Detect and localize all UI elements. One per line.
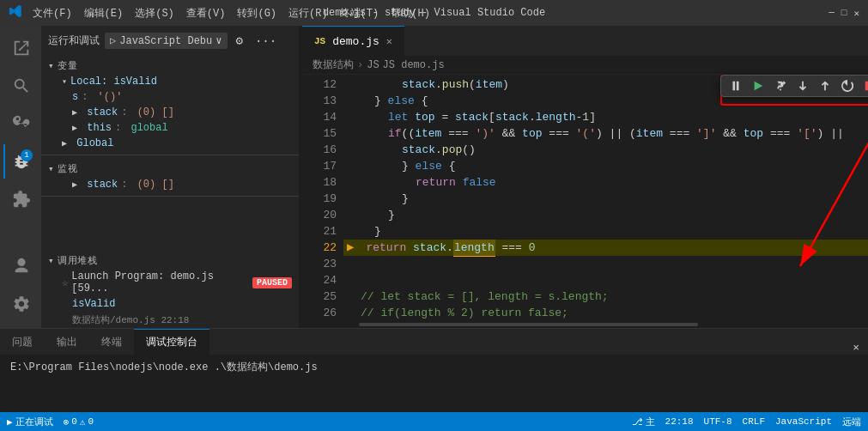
warning-icon: ⚠: [80, 416, 86, 428]
code-line-24: [343, 272, 868, 288]
debug-label: 运行和调试: [48, 33, 100, 48]
panel-tab-output[interactable]: 输出: [45, 329, 89, 355]
debug-settings-button[interactable]: ⚙: [233, 32, 246, 50]
activity-account[interactable]: [3, 249, 38, 283]
status-bar: ▶ 正在调试 ⊗ 0 ⚠ 0 ⎇ 主 22:18 UTF-8 CRLF Jav: [0, 412, 868, 431]
debug-config-button[interactable]: ▷ JavaScript Debu ∨: [105, 33, 228, 49]
dc-step-over-button[interactable]: [771, 78, 790, 94]
var-s-item[interactable]: s : '()': [41, 89, 299, 105]
menu-view[interactable]: 查看(V): [186, 6, 226, 21]
dc-step-into-button[interactable]: [793, 78, 812, 94]
maximize-icon[interactable]: □: [841, 8, 847, 19]
dc-restart-button[interactable]: [838, 78, 857, 94]
dc-continue-button[interactable]: [749, 78, 768, 94]
callstack-isvalid-item[interactable]: isValid 数据结构/demo.js 22:18: [41, 296, 299, 328]
breadcrumb-root[interactable]: 数据结构: [313, 58, 354, 72]
activity-bar: 1: [0, 26, 41, 328]
debug-status-label: 正在调试: [15, 416, 53, 428]
tab-close-icon[interactable]: ✕: [386, 35, 392, 48]
status-debug[interactable]: ▶ 正在调试: [7, 416, 53, 428]
debug-more-button[interactable]: ···: [252, 33, 280, 50]
code-line-26: // if(length % 2) return false;: [343, 305, 868, 321]
menu-select[interactable]: 选择(S): [135, 6, 174, 21]
watch-stack-item[interactable]: ▶ stack : (0) []: [41, 177, 299, 192]
status-branch[interactable]: ⎇ 主: [632, 416, 655, 428]
language-label: JavaScript: [775, 416, 832, 427]
code-content[interactable]: stack.push(item) } else { let top = stac…: [343, 75, 868, 328]
var-this-item[interactable]: ▶ this : global: [41, 120, 299, 136]
callstack-launch-item[interactable]: ☆ Launch Program: demo.js [59... PAUSED: [41, 269, 299, 296]
tab-demo-js[interactable]: JS demo.js ✕: [302, 26, 404, 56]
variables-chevron: ▾: [48, 60, 54, 71]
debug-arrow-icon: ▶: [347, 240, 354, 256]
activity-extensions[interactable]: [3, 182, 38, 216]
panel-tab-debug-console[interactable]: 调试控制台: [134, 329, 209, 355]
breadcrumb-sep1: ›: [357, 59, 363, 71]
branch-name: 主: [646, 416, 655, 428]
code-line-17: } else {: [343, 158, 868, 174]
dc-step-out-button[interactable]: [816, 78, 835, 94]
error-icon: ⊗: [64, 416, 70, 428]
status-errors[interactable]: ⊗ 0 ⚠ 0: [64, 416, 94, 428]
status-position[interactable]: 22:18: [665, 416, 694, 428]
status-eol[interactable]: CRLF: [743, 416, 765, 428]
line-numbers: 12 13 14 15 16 17 18 19 20 21 22 23 24 2…: [302, 75, 343, 328]
callstack-star-icon: ☆: [62, 276, 68, 289]
warning-count: 0: [88, 416, 94, 427]
breadcrumb-file[interactable]: JS demo.js: [383, 59, 445, 71]
menu-edit[interactable]: 编辑(E): [84, 6, 124, 21]
activity-debug[interactable]: 1: [3, 144, 38, 179]
global-item[interactable]: ▶ Global: [41, 136, 299, 151]
activity-settings[interactable]: [3, 287, 38, 321]
activity-source-control[interactable]: [3, 106, 38, 141]
code-line-16: stack.pop(): [343, 142, 868, 158]
minimize-icon[interactable]: ─: [829, 8, 835, 19]
watch-stack-value: (0) []: [137, 179, 174, 191]
menu-goto[interactable]: 转到(G): [237, 6, 276, 21]
local-chevron: ▾: [62, 76, 67, 87]
local-isvalid-item[interactable]: ▾ Local: isValid: [41, 74, 299, 89]
code-line-21: }: [343, 223, 868, 240]
panel-tab-terminal[interactable]: 终端: [89, 329, 134, 355]
window-title: demo.js - study - Visual Studio Code: [323, 7, 545, 19]
panel-tab-problems[interactable]: 问题: [0, 329, 45, 355]
code-line-25: // let stack = [], length = s.length;: [343, 288, 868, 305]
window-controls: ─ □ ✕: [829, 8, 859, 19]
panel-close-button[interactable]: ×: [844, 342, 868, 355]
error-count: 0: [71, 416, 77, 427]
dc-pause-button[interactable]: [726, 78, 745, 94]
close-icon[interactable]: ✕: [853, 8, 859, 19]
menu-run[interactable]: 运行(R): [288, 6, 328, 21]
callstack-section: ▾ 调用堆栈 ☆ Launch Program: demo.js [59... …: [41, 251, 299, 328]
status-encoding[interactable]: UTF-8: [704, 416, 732, 428]
stack-chevron: ▶: [72, 107, 77, 118]
menu-file[interactable]: 文件(F): [33, 6, 72, 21]
tab-label: demo.js: [332, 35, 379, 48]
activity-explorer[interactable]: [3, 31, 38, 65]
var-this-value: global: [131, 122, 167, 134]
debug-badge: 1: [21, 149, 33, 161]
feedback-label: 远端: [842, 416, 861, 428]
callstack-title[interactable]: ▾ 调用堆栈: [41, 251, 299, 269]
var-this-name: this: [81, 122, 112, 134]
code-editor[interactable]: 12 13 14 15 16 17 18 19 20 21 22 23 24 2…: [302, 75, 868, 328]
watch-title[interactable]: ▾ 监视: [41, 159, 299, 177]
variables-title[interactable]: ▾ 变量: [41, 56, 299, 74]
callstack-chevron: ▾: [48, 255, 54, 266]
code-line-14: let top = stack[stack.length-1]: [343, 109, 868, 125]
var-stack-item[interactable]: ▶ stack : (0) []: [41, 105, 299, 120]
watch-stack-chevron: ▶: [72, 179, 77, 190]
status-feedback[interactable]: 远端: [842, 416, 861, 428]
global-label: Global: [70, 137, 113, 149]
debug-status-icon: ▶: [7, 416, 13, 428]
breadcrumb: 数据结构 › JS JS demo.js: [302, 56, 868, 75]
horizontal-scrollbar[interactable]: [302, 321, 868, 328]
global-chevron: ▶: [62, 138, 67, 149]
status-language[interactable]: JavaScript: [775, 416, 832, 428]
activity-search[interactable]: [3, 69, 38, 103]
bottom-panel: 问题 输出 终端 调试控制台 × E:\Program Files\nodejs…: [0, 328, 868, 431]
js-file-icon: JS: [314, 36, 325, 46]
code-line-22: ▶ return stack.length === 0: [343, 240, 868, 256]
vscode-logo: [9, 4, 22, 22]
dc-stop-button[interactable]: [860, 78, 868, 94]
